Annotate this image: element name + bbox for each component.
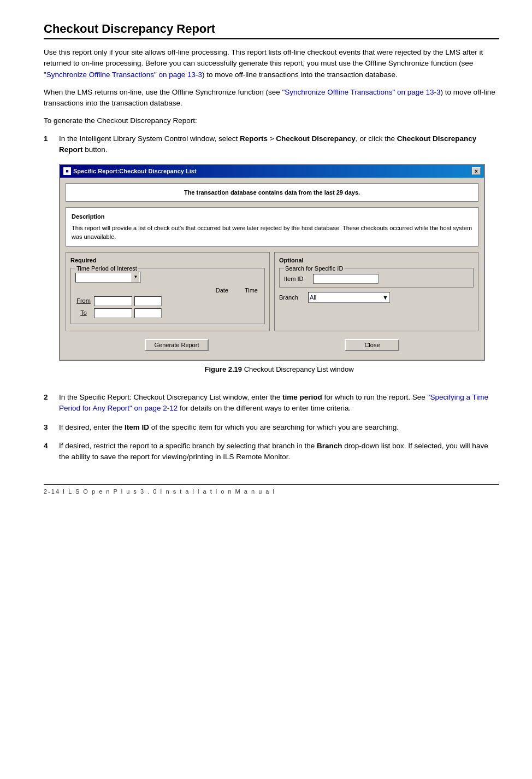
to-label[interactable]: To xyxy=(75,308,92,318)
to-time-input[interactable] xyxy=(134,308,162,318)
branch-select[interactable]: All ▼ xyxy=(308,292,390,303)
time-period-title: Time Period of Interest xyxy=(75,264,138,273)
paragraph-1: Use this report only if your site allows… xyxy=(44,47,499,80)
step-1-num: 1 xyxy=(44,133,54,385)
step-1-content: In the Intelligent Library System Contro… xyxy=(59,133,499,385)
branch-row: Branch All ▼ xyxy=(279,292,474,303)
desc-text: This report will provide a list of check… xyxy=(72,224,472,242)
p1-text: Use this report only if your site allows… xyxy=(44,48,483,67)
figure-label: Figure 2.19 xyxy=(204,365,242,373)
p2-text: When the LMS returns on-line, use the Of… xyxy=(44,88,282,96)
required-label: Required xyxy=(70,256,265,265)
dialog-body: The transaction database contains data f… xyxy=(60,178,484,360)
select-arrow-icon: ▼ xyxy=(132,272,139,282)
panels-row: Required Time Period of Interest ▼ xyxy=(66,252,478,331)
close-button[interactable]: Close xyxy=(345,339,399,351)
figure-caption: Figure 2.19 Checkout Discrepancy List wi… xyxy=(59,364,499,375)
generate-report-button[interactable]: Generate Report xyxy=(145,339,209,351)
p1-link[interactable]: "Synchronize Offline Transactions" on pa… xyxy=(44,71,202,79)
time-header: Time xyxy=(245,286,258,295)
from-date-input[interactable] xyxy=(94,296,132,306)
step-3-content: If desired, enter the Item ID of the spe… xyxy=(59,422,499,433)
step-intro: To generate the Checkout Discrepancy Rep… xyxy=(44,115,499,126)
p1-end: ) to move off-line transactions into the… xyxy=(202,71,398,79)
time-period-group: Time Period of Interest ▼ xyxy=(70,268,265,324)
date-time-header: Date Time xyxy=(75,286,260,295)
branch-label: Branch xyxy=(279,293,304,302)
time-period-select[interactable]: ▼ xyxy=(75,272,141,283)
step-3-num: 3 xyxy=(44,422,54,433)
step-3: 3 If desired, enter the Item ID of the s… xyxy=(44,422,499,433)
desc-title: Description xyxy=(72,212,472,221)
optional-panel: Optional Search for Specific ID Item ID xyxy=(274,252,478,331)
dialog-close-button[interactable]: × xyxy=(472,167,481,175)
to-row: To xyxy=(75,308,260,318)
item-id-label: Item ID xyxy=(284,274,309,284)
step-4-content: If desired, restrict the report to a spe… xyxy=(59,441,499,463)
info-box: The transaction database contains data f… xyxy=(66,183,478,202)
paragraph-2: When the LMS returns on-line, use the Of… xyxy=(44,87,499,109)
step-2: 2 In the Specific Report: Checkout Discr… xyxy=(44,392,499,414)
item-id-input[interactable] xyxy=(313,274,379,284)
page-title: Checkout Discrepancy Report xyxy=(44,22,499,39)
dialog-wrapper: ■ Specific Report:Checkout Discrepancy L… xyxy=(59,164,499,374)
to-date-input[interactable] xyxy=(94,308,132,318)
search-group-title: Search for Specific ID xyxy=(284,264,344,273)
branch-value: All xyxy=(310,293,316,302)
search-specific-id-group: Search for Specific ID Item ID xyxy=(279,268,474,288)
titlebar-left: ■ Specific Report:Checkout Discrepancy L… xyxy=(63,167,197,176)
footer: 2-14 I L S O p e n P l u s 3 . 0 I n s t… xyxy=(44,484,499,495)
figure-text: Checkout Discrepancy List window xyxy=(242,365,353,373)
optional-label: Optional xyxy=(279,256,474,265)
step-2-num: 2 xyxy=(44,392,54,414)
dialog-title: Specific Report:Checkout Discrepancy Lis… xyxy=(73,167,197,176)
p2-link[interactable]: "Synchronize Offline Transactions" on pa… xyxy=(282,88,440,96)
from-row: From xyxy=(75,296,260,306)
dialog-titlebar: ■ Specific Report:Checkout Discrepancy L… xyxy=(60,165,484,178)
branch-select-arrow-icon: ▼ xyxy=(382,293,388,302)
buttons-row: Generate Report Close xyxy=(66,336,478,354)
step-1: 1 In the Intelligent Library System Cont… xyxy=(44,133,499,385)
footer-text: 2-14 I L S O p e n P l u s 3 . 0 I n s t… xyxy=(44,488,275,495)
step-4-num: 4 xyxy=(44,441,54,463)
page-container: Checkout Discrepancy Report Use this rep… xyxy=(0,0,532,517)
description-box: Description This report will provide a l… xyxy=(66,207,478,247)
from-label[interactable]: From xyxy=(75,296,92,306)
step-2-content: In the Specific Report: Checkout Discrep… xyxy=(59,392,499,414)
dialog-icon: ■ xyxy=(63,167,71,175)
dialog-window: ■ Specific Report:Checkout Discrepancy L… xyxy=(59,164,485,361)
step-4: 4 If desired, restrict the report to a s… xyxy=(44,441,499,463)
from-time-input[interactable] xyxy=(134,296,162,306)
steps-list: 1 In the Intelligent Library System Cont… xyxy=(44,133,499,463)
date-header: Date xyxy=(216,286,228,295)
time-dropdown-row: ▼ xyxy=(75,272,260,283)
item-id-row: Item ID xyxy=(284,274,469,284)
required-panel: Required Time Period of Interest ▼ xyxy=(66,252,270,331)
